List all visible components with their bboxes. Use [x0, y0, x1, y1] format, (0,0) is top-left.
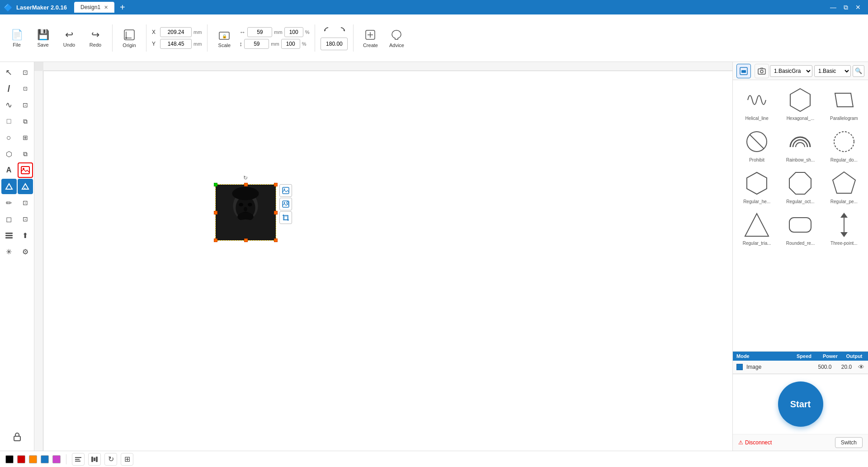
effects-btn[interactable]: ✳ [1, 244, 17, 259]
handle-mr[interactable] [274, 211, 278, 214]
vector-copy-btn[interactable] [18, 179, 33, 194]
shape-prohibit[interactable]: Prohibit [736, 125, 777, 164]
close-btn[interactable]: ✕ [855, 4, 861, 11]
shape-category-dropdown[interactable]: 1.BasicGra 2.Advanced [770, 65, 812, 77]
lock-btn[interactable] [9, 429, 25, 444]
grid-btn[interactable]: ⊞ [18, 130, 33, 145]
handle-bm[interactable] [244, 238, 248, 242]
scale-button[interactable]: 🔒 Scale [213, 27, 236, 50]
rotate-ccw-icon[interactable] [323, 26, 333, 36]
canvas-workspace[interactable]: 255075100125150175200225250275300 255075… [43, 71, 732, 451]
shapes-lib-btn[interactable] [736, 64, 751, 78]
shape-parallelogram[interactable]: Parallelogram [824, 84, 864, 123]
curve-tool-btn[interactable]: ∿ [1, 97, 17, 113]
shape-regular-dotted[interactable]: Regular_do... [824, 125, 864, 164]
file-button[interactable]: 📄 File [5, 27, 28, 49]
x-input[interactable] [160, 27, 192, 37]
svg-rect-283 [96, 457, 98, 462]
rotate-input[interactable] [321, 38, 348, 50]
camera-lib-btn[interactable] [755, 64, 769, 78]
switch-button[interactable]: Switch [835, 437, 863, 448]
polygon-copy-btn[interactable]: ⧉ [18, 146, 33, 162]
save-button[interactable]: 💾 Save [32, 27, 54, 49]
canvas-area[interactable]: // This is inside SVG - skip 25507510012… [34, 62, 732, 451]
line-tool-btn[interactable]: / [1, 81, 17, 96]
shape-regular-triangle[interactable]: Regular_tria... [736, 209, 777, 248]
color-purple[interactable] [52, 455, 61, 463]
image-tool-btn[interactable] [18, 162, 33, 178]
image-adjust-btn[interactable] [279, 198, 292, 210]
path-btn[interactable]: ⬆ [18, 228, 33, 243]
shape-regular-hex[interactable]: Regular_he... [736, 167, 777, 206]
rotate-cw-icon[interactable] [335, 26, 345, 36]
origin-button[interactable]: Origin [118, 27, 141, 50]
pen-copy-btn[interactable]: ⊡ [18, 195, 33, 210]
refresh-btn[interactable]: ↻ [104, 453, 117, 466]
layers-btn[interactable] [1, 228, 17, 243]
vector-tool-btn[interactable] [1, 179, 17, 194]
disconnect-link[interactable]: ⚠ Disconnect [738, 439, 772, 446]
crop-canvas-btn[interactable] [279, 211, 292, 224]
app-logo-icon: 🔷 [4, 3, 13, 12]
color-black[interactable] [5, 455, 14, 463]
rotate-handle[interactable]: ↻ [243, 175, 249, 180]
tab-close-icon[interactable]: ✕ [104, 5, 108, 10]
layer-row[interactable]: Image 500.0 20.0 👁 [733, 361, 868, 374]
rect-tool-btn[interactable]: □ [1, 114, 17, 129]
shape-rounded-rect[interactable]: Rounded_re... [780, 209, 821, 248]
new-tab-btn[interactable]: + [120, 2, 125, 13]
color-blue[interactable] [41, 455, 49, 463]
shape-three-point[interactable]: Three-point... [824, 209, 864, 248]
shape-hexagonal[interactable]: Hexagonal_... [780, 84, 821, 123]
pen-tool-btn[interactable]: ✏ [1, 195, 17, 210]
color-orange[interactable] [29, 455, 37, 463]
select-tool-btn[interactable]: ↖ [1, 65, 17, 80]
handle-tm[interactable] [244, 183, 248, 186]
handle-tl[interactable] [214, 183, 217, 186]
shape-hexagonal-label: Hexagonal_... [787, 116, 815, 121]
grid-view-btn[interactable]: ⊞ [121, 453, 133, 466]
text-tool-btn[interactable]: A [1, 162, 17, 178]
color-red[interactable] [17, 455, 25, 463]
shape-subcategory-dropdown[interactable]: 1.Basic 2.Shapes [814, 65, 851, 77]
align-btn[interactable] [72, 453, 85, 466]
width-pct-input[interactable] [284, 27, 303, 37]
shape-search-btn[interactable]: 🔍 [853, 65, 864, 77]
curve-copy-btn[interactable]: ⊡ [18, 97, 33, 113]
restore-btn[interactable]: ⧉ [844, 4, 848, 11]
rect-copy-btn[interactable]: ⧉ [18, 114, 33, 129]
handle-tr[interactable] [274, 183, 278, 186]
eraser-tool-btn[interactable]: ◻ [1, 211, 17, 227]
polygon-tool-btn[interactable]: ⬡ [1, 146, 17, 162]
svg-rect-262 [741, 70, 746, 73]
active-tab[interactable]: Design1 ✕ [74, 2, 114, 13]
y-label: Y [152, 41, 158, 47]
y-input[interactable] [160, 39, 192, 49]
handle-ml[interactable] [214, 211, 217, 214]
minimize-btn[interactable]: — [830, 4, 836, 11]
line-copy-btn[interactable]: ⊡ [18, 81, 33, 96]
width-input[interactable] [247, 27, 272, 37]
distribute-btn[interactable] [88, 453, 101, 466]
shape-regular-pentagon[interactable]: Regular_pe... [824, 167, 864, 206]
handle-br[interactable] [274, 238, 278, 242]
eraser-copy-btn[interactable]: ⊡ [18, 211, 33, 227]
handle-bl[interactable] [214, 238, 217, 242]
start-button[interactable]: Start [778, 381, 823, 427]
layer-visibility-btn[interactable]: 👁 [858, 363, 864, 371]
create-button[interactable]: Create [359, 27, 382, 50]
select-region-btn[interactable]: ⊡ [18, 65, 33, 80]
undo-button[interactable]: ↩ Undo [58, 27, 80, 49]
redo-button[interactable]: ↪ Redo [84, 27, 107, 49]
advice-button[interactable]: Advice [385, 27, 408, 50]
height-pct-input[interactable] [281, 39, 300, 49]
image-props-btn[interactable] [279, 184, 292, 197]
shape-helical-line[interactable]: Helical_line [736, 84, 777, 123]
height-input[interactable] [244, 39, 269, 49]
extra-btn[interactable]: ⚙ [18, 244, 33, 259]
shape-regular-oct[interactable]: Regular_oct... [780, 167, 821, 206]
ellipse-tool-btn[interactable]: ○ [1, 130, 17, 145]
selected-image[interactable]: ↻ [215, 184, 276, 241]
shape-rainbow[interactable]: Rainbow_sh... [780, 125, 821, 164]
layer-color-swatch[interactable] [736, 364, 743, 370]
